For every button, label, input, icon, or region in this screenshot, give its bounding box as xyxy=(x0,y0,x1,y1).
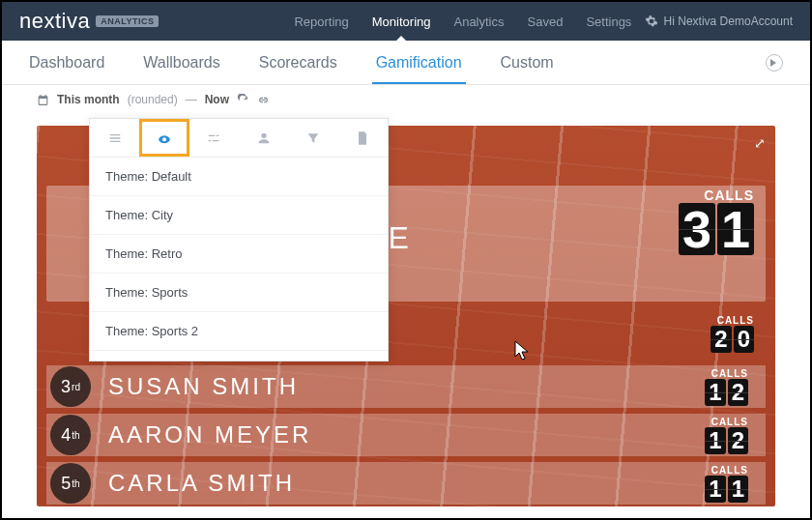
leader-calls: CALLS 12 xyxy=(705,417,748,454)
sub-tabs: Dashboard Wallboards Scorecards Gamifica… xyxy=(2,41,810,85)
play-button[interactable] xyxy=(766,54,783,72)
panel-tab-strip xyxy=(90,119,388,158)
top-bar: nextiva ANALYTICS Reporting Monitoring A… xyxy=(2,2,810,41)
user-greeting[interactable]: Hi Nextiva DemoAccount xyxy=(645,14,793,28)
tab-scorecards[interactable]: Scorecards xyxy=(259,43,337,83)
leaderboard-row: 3rd SUSAN SMITH CALLS 12 xyxy=(46,365,766,408)
rank-badge: 3rd xyxy=(50,366,91,407)
leader-calls: CALLS 11 xyxy=(705,465,748,503)
date-range-qualifier: (rounded) xyxy=(128,93,178,106)
nav-analytics[interactable]: Analytics xyxy=(453,14,504,29)
leaderboard-row: 5th CARLA SMITH CALLS 11 xyxy=(46,462,766,505)
top-nav: Reporting Monitoring Analytics Saved Set… xyxy=(294,14,631,29)
theme-option[interactable]: Theme: Retro xyxy=(90,235,388,274)
link-icon[interactable] xyxy=(257,94,270,106)
panel-tab-user-icon[interactable] xyxy=(239,119,288,157)
gear-icon xyxy=(645,14,658,28)
panel-tab-list-icon[interactable] xyxy=(90,119,139,157)
panel-tab-sliders-icon[interactable] xyxy=(189,119,239,157)
theme-list[interactable]: Theme: Default Theme: City Theme: Retro … xyxy=(90,158,388,361)
rank-badge: 5th xyxy=(50,463,91,504)
date-range-sep: — xyxy=(186,93,197,106)
refresh-icon[interactable] xyxy=(237,94,249,106)
theme-option[interactable]: Theme: Default xyxy=(90,158,388,196)
leader-name: CARLA SMITH xyxy=(108,470,295,497)
mouse-cursor xyxy=(514,340,532,361)
tab-gamification[interactable]: Gamification xyxy=(376,43,462,83)
digit: 3 xyxy=(679,203,715,255)
leader-calls: CALLS 12 xyxy=(705,368,748,406)
nav-settings[interactable]: Settings xyxy=(586,14,631,29)
rank-badge: 4th xyxy=(50,415,91,455)
theme-option[interactable]: Theme: Sports xyxy=(90,274,388,312)
theme-option[interactable]: Theme: City xyxy=(90,196,388,235)
leader-name: SUSAN SMITH xyxy=(108,373,299,400)
leader-second-calls: CALLS 20 xyxy=(710,315,754,353)
brand-name: nextiva xyxy=(19,9,90,34)
user-greeting-text: Hi Nextiva DemoAccount xyxy=(664,14,793,28)
leader-name: AARON MEYER xyxy=(108,421,311,448)
expand-icon[interactable]: ⤢ xyxy=(754,135,766,151)
panel-tab-document-icon[interactable] xyxy=(338,119,388,157)
brand: nextiva ANALYTICS xyxy=(19,9,159,34)
brand-badge: ANALYTICS xyxy=(96,15,159,27)
date-range-bar: This month (rounded) — Now xyxy=(2,85,810,114)
theme-option[interactable]: Theme: Sports 2 xyxy=(90,312,388,351)
panel-tab-theme-icon[interactable] xyxy=(139,119,188,157)
panel-tab-filter-icon[interactable] xyxy=(288,119,337,157)
nav-saved[interactable]: Saved xyxy=(528,14,564,29)
theme-settings-panel: Theme: Default Theme: City Theme: Retro … xyxy=(89,118,389,361)
tab-custom[interactable]: Custom xyxy=(501,43,554,83)
leaderboard-row: 4th AARON MEYER CALLS 12 xyxy=(46,414,766,456)
date-range-now[interactable]: Now xyxy=(205,93,229,106)
nav-monitoring[interactable]: Monitoring xyxy=(372,14,431,29)
tab-wallboards[interactable]: Wallboards xyxy=(143,43,219,83)
tab-dashboard[interactable]: Dashboard xyxy=(29,43,104,83)
leader-first-calls: CALLS 31 xyxy=(679,188,754,255)
nav-reporting[interactable]: Reporting xyxy=(294,14,348,29)
digit: 1 xyxy=(717,203,754,255)
theme-option-selected[interactable]: Theme: Sports 3 xyxy=(90,351,388,361)
date-range-label[interactable]: This month xyxy=(57,93,120,106)
calendar-icon xyxy=(37,94,49,106)
